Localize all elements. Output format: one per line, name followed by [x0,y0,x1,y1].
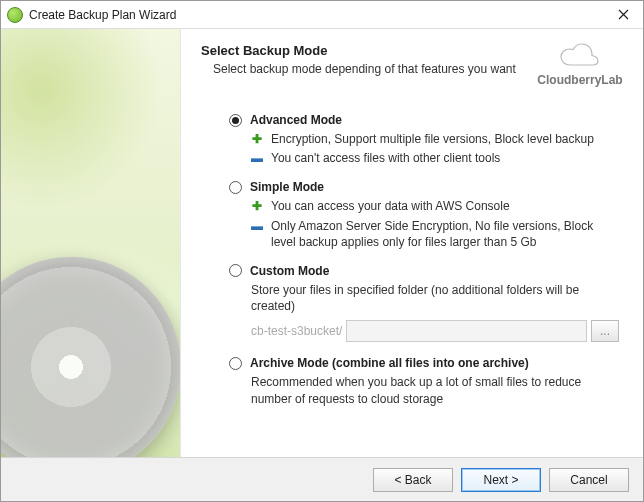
window-title: Create Backup Plan Wizard [29,8,603,22]
option-custom-title: Custom Mode [250,264,329,278]
wizard-content: Select Backup Mode Select backup mode de… [181,29,643,457]
option-simple-title: Simple Mode [250,180,324,194]
custom-path-prefix: cb-test-s3bucket/ [251,324,342,338]
page-subheading: Select backup mode depending of that fea… [213,62,535,76]
plus-icon: ✚ [251,198,263,214]
option-archive: Archive Mode (combine all files into one… [229,356,619,406]
wizard-window: Create Backup Plan Wizard Select Backup … [0,0,644,502]
titlebar: Create Backup Plan Wizard [1,1,643,29]
radio-icon [229,181,242,194]
custom-desc: Store your files in specified folder (no… [251,282,619,314]
option-archive-title: Archive Mode (combine all files into one… [250,356,529,370]
wizard-sidebar [1,29,181,457]
browse-button[interactable]: ... [591,320,619,342]
radio-icon [229,114,242,127]
advanced-con: You can't access files with other client… [271,150,619,166]
close-icon [618,9,629,20]
back-button[interactable]: < Back [373,468,453,492]
mode-options: Advanced Mode ✚ Encryption, Support mult… [201,113,625,407]
minus-icon: ▬ [251,218,263,234]
brand-logo: CloudberryLab [535,43,625,87]
radio-advanced[interactable]: Advanced Mode [229,113,619,127]
wizard-footer: < Back Next > Cancel [1,457,643,501]
page-heading: Select Backup Mode [201,43,535,58]
radio-custom[interactable]: Custom Mode [229,264,619,278]
radio-archive[interactable]: Archive Mode (combine all files into one… [229,356,619,370]
custom-path-row: cb-test-s3bucket/ ... [251,320,619,342]
cloud-icon [556,43,604,71]
archive-desc: Recommended when you back up a lot of sm… [251,374,619,406]
content-header: Select Backup Mode Select backup mode de… [201,43,625,87]
radio-icon [229,357,242,370]
plus-icon: ✚ [251,131,263,147]
brand-name: CloudberryLab [535,73,625,87]
radio-icon [229,264,242,277]
minus-icon: ▬ [251,150,263,166]
simple-pro: You can access your data with AWS Consol… [271,198,619,214]
radio-simple[interactable]: Simple Mode [229,180,619,194]
close-button[interactable] [603,1,643,29]
browse-label: ... [600,324,610,338]
option-simple: Simple Mode ✚ You can access your data w… [229,180,619,250]
next-button[interactable]: Next > [461,468,541,492]
custom-path-input[interactable] [346,320,587,342]
app-icon [7,7,23,23]
option-advanced: Advanced Mode ✚ Encryption, Support mult… [229,113,619,166]
option-custom: Custom Mode Store your files in specifie… [229,264,619,342]
simple-con: Only Amazon Server Side Encryption, No f… [271,218,619,250]
cancel-button[interactable]: Cancel [549,468,629,492]
advanced-pro: Encryption, Support multiple file versio… [271,131,619,147]
option-advanced-title: Advanced Mode [250,113,342,127]
wizard-body: Select Backup Mode Select backup mode de… [1,29,643,457]
